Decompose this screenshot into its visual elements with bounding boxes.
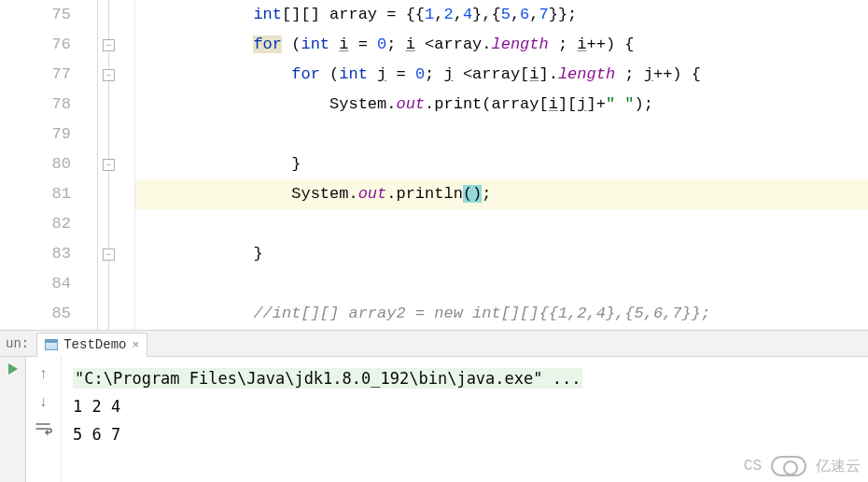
code-line[interactable]: System.out.println(); bbox=[135, 179, 868, 209]
watermark-cs: CS bbox=[744, 458, 762, 475]
close-icon[interactable]: × bbox=[132, 338, 139, 352]
fold-column[interactable]: −−−− bbox=[88, 0, 134, 330]
run-tab-bar: un: TestDemo × bbox=[0, 331, 868, 357]
code-line[interactable] bbox=[135, 209, 868, 239]
cloud-icon bbox=[771, 456, 806, 476]
console-line: 5 6 7 bbox=[73, 420, 857, 448]
code-editor[interactable]: 7576777879808182838485 −−−− int[][] arra… bbox=[0, 0, 868, 331]
code-line[interactable] bbox=[135, 269, 868, 299]
line-number: 78 bbox=[0, 90, 71, 120]
fold-open-icon[interactable]: − bbox=[103, 39, 115, 51]
line-number: 83 bbox=[0, 239, 71, 269]
line-number: 77 bbox=[0, 60, 71, 90]
code-line[interactable]: for (int j = 0; j <array[i].length ; j++… bbox=[135, 60, 868, 90]
code-line[interactable]: //int[][] array2 = new int[][]{{1,2,4},{… bbox=[135, 299, 868, 329]
watermark-brand: 亿速云 bbox=[816, 457, 861, 476]
line-number: 82 bbox=[0, 209, 71, 239]
up-arrow-icon[interactable]: ↑ bbox=[39, 366, 49, 383]
line-number-column: 7576777879808182838485 bbox=[0, 0, 88, 330]
line-number: 80 bbox=[0, 149, 71, 179]
console-line: 1 2 4 bbox=[73, 392, 857, 420]
run-tool-window: un: TestDemo × ↑ ↓ "C:\Program Files\Jav… bbox=[0, 331, 868, 482]
code-content[interactable]: int[][] array = {{1,2,4},{5,6,7}}; for (… bbox=[135, 0, 868, 330]
rerun-button[interactable] bbox=[7, 362, 20, 376]
run-panel-label: un: bbox=[4, 336, 36, 351]
code-line[interactable] bbox=[135, 120, 868, 149]
watermark: CS 亿速云 bbox=[744, 456, 861, 476]
line-number: 85 bbox=[0, 299, 71, 329]
line-number: 75 bbox=[0, 0, 71, 30]
code-line[interactable]: for (int i = 0; i <array.length ; i++) { bbox=[135, 30, 868, 60]
console-command-line: "C:\Program Files\Java\jdk1.8.0_192\bin\… bbox=[73, 368, 582, 389]
console-toolbar: ↑ ↓ bbox=[26, 357, 62, 482]
run-toolbar-left bbox=[0, 357, 26, 482]
soft-wrap-button[interactable] bbox=[35, 422, 52, 435]
code-line[interactable]: System.out.print(array[i][j]+" "); bbox=[135, 90, 868, 120]
line-number: 76 bbox=[0, 30, 71, 60]
code-line[interactable]: } bbox=[135, 149, 868, 179]
line-number: 84 bbox=[0, 269, 71, 299]
run-tab-testdemo[interactable]: TestDemo × bbox=[36, 333, 147, 357]
down-arrow-icon[interactable]: ↓ bbox=[39, 394, 49, 411]
line-number: 79 bbox=[0, 120, 71, 149]
code-line[interactable]: int[][] array = {{1,2,4},{5,6,7}}; bbox=[135, 0, 868, 30]
fold-open-icon[interactable]: − bbox=[103, 69, 115, 81]
fold-close-icon[interactable]: − bbox=[103, 248, 115, 261]
line-number: 81 bbox=[0, 179, 71, 209]
code-line[interactable]: } bbox=[135, 239, 868, 269]
fold-close-icon[interactable]: − bbox=[103, 159, 115, 171]
tab-label: TestDemo bbox=[63, 337, 126, 352]
application-icon bbox=[45, 339, 58, 350]
editor-gutter: 7576777879808182838485 −−−− bbox=[0, 0, 135, 330]
